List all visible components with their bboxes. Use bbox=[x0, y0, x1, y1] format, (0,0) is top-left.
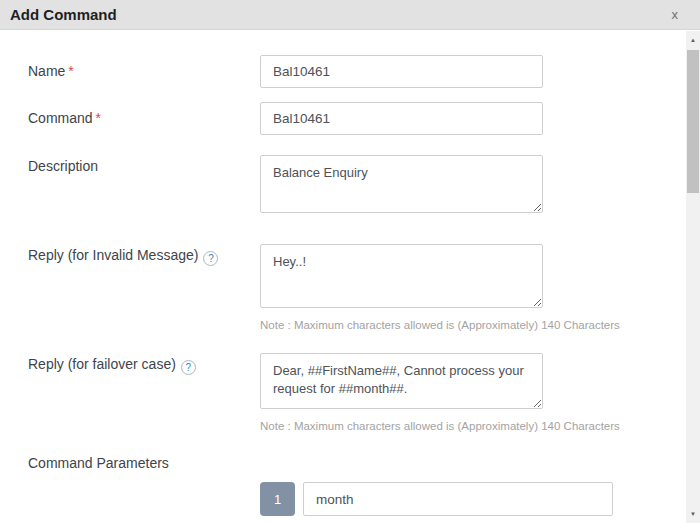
max-characters-note: Note : Maximum characters allowed is (Ap… bbox=[260, 319, 686, 331]
command-parameters-label-text: Command Parameters bbox=[28, 455, 169, 471]
parameter-row: 1 bbox=[0, 482, 686, 516]
name-label-text: Name bbox=[28, 63, 65, 79]
max-characters-note: Note : Maximum characters allowed is (Ap… bbox=[260, 420, 686, 432]
reply-invalid-control: Hey..! Note : Maximum characters allowed… bbox=[260, 244, 686, 331]
modal-header: Add Command x bbox=[0, 0, 700, 30]
command-input[interactable] bbox=[260, 102, 543, 135]
command-parameters-label: Command Parameters bbox=[0, 455, 260, 471]
close-icon[interactable]: x bbox=[672, 8, 679, 21]
command-label-text: Command bbox=[28, 110, 93, 126]
description-control: Balance Enquiry bbox=[260, 155, 686, 217]
help-icon[interactable]: ? bbox=[181, 360, 196, 375]
reply-invalid-field-row: Reply (for Invalid Message)? Hey..! Note… bbox=[0, 244, 686, 331]
modal-body: Name* Command* Description Balance Enqui… bbox=[0, 31, 686, 523]
command-parameters-row: Command Parameters bbox=[0, 455, 686, 471]
parameter-index-badge: 1 bbox=[260, 482, 295, 516]
reply-invalid-label-text: Reply (for Invalid Message) bbox=[28, 247, 198, 263]
command-control bbox=[260, 102, 686, 135]
required-marker: * bbox=[68, 63, 73, 79]
reply-failover-label-text: Reply (for failover case) bbox=[28, 356, 176, 372]
name-input[interactable] bbox=[260, 55, 543, 88]
name-control bbox=[260, 55, 686, 88]
scrollbar[interactable]: ▲ ▼ bbox=[686, 31, 700, 523]
required-marker: * bbox=[96, 110, 101, 126]
scroll-up-icon[interactable]: ▲ bbox=[686, 33, 700, 47]
name-label: Name* bbox=[0, 55, 260, 79]
description-field-row: Description Balance Enquiry bbox=[0, 155, 686, 217]
scroll-thumb[interactable] bbox=[687, 50, 699, 193]
modal-title: Add Command bbox=[10, 6, 117, 23]
name-field-row: Name* bbox=[0, 55, 686, 88]
reply-invalid-textarea[interactable]: Hey..! bbox=[260, 244, 543, 308]
reply-failover-field-row: Reply (for failover case)? Dear, ##First… bbox=[0, 353, 686, 432]
scroll-down-icon[interactable]: ▼ bbox=[686, 507, 700, 521]
add-command-modal: Add Command x Name* Command* Description bbox=[0, 0, 700, 523]
command-field-row: Command* bbox=[0, 102, 686, 135]
reply-failover-control: Dear, ##FirstName##, Cannot process your… bbox=[260, 353, 686, 432]
reply-failover-label: Reply (for failover case)? bbox=[0, 353, 260, 375]
description-textarea[interactable]: Balance Enquiry bbox=[260, 155, 543, 213]
description-label: Description bbox=[0, 155, 260, 174]
parameter-line: 1 bbox=[260, 482, 686, 516]
description-label-text: Description bbox=[28, 158, 98, 174]
help-icon[interactable]: ? bbox=[203, 251, 218, 266]
command-label: Command* bbox=[0, 102, 260, 126]
parameter-value-input[interactable] bbox=[303, 482, 613, 516]
reply-invalid-label: Reply (for Invalid Message)? bbox=[0, 244, 260, 266]
reply-failover-textarea[interactable]: Dear, ##FirstName##, Cannot process your… bbox=[260, 353, 543, 409]
